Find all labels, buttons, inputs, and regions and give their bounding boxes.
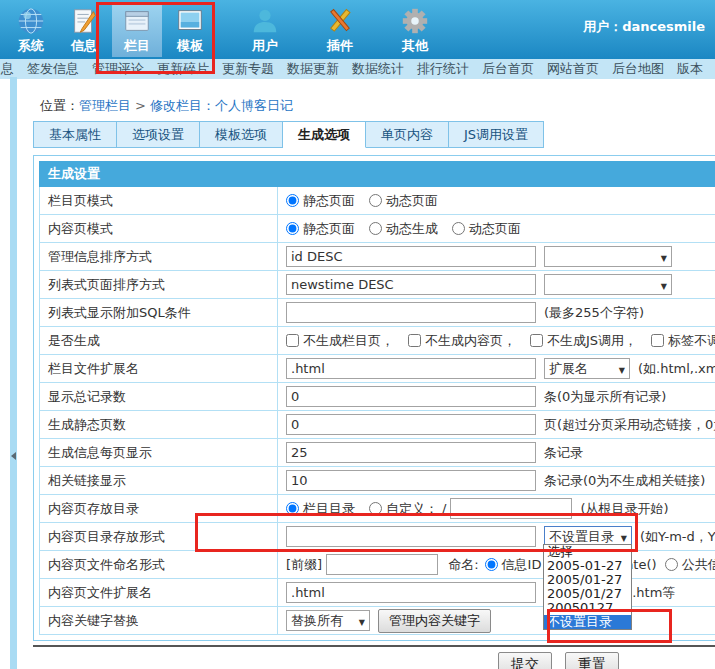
chevron-down-icon [656, 277, 667, 292]
checkbox-label: 不生成内容页， [425, 332, 516, 350]
keyword-replace-select[interactable]: 替换所有 [286, 610, 370, 631]
topnav-item-other[interactable]: 其他 [390, 3, 440, 57]
filename-prefix-input[interactable] [326, 554, 438, 575]
content-page-dynamic-gen-radio[interactable] [369, 222, 382, 235]
topnav-item-template[interactable]: 模板 [165, 3, 215, 57]
field-label: 内容页文件命名形式 [40, 551, 278, 579]
per-page-input[interactable] [286, 442, 536, 463]
menubar-item-data-stats[interactable]: 数据统计 [352, 60, 404, 78]
column-file-ext-select[interactable]: 扩展名 [544, 358, 630, 379]
name-by-id-radio[interactable] [485, 558, 498, 571]
name-by-public-field-radio[interactable] [665, 558, 678, 571]
chevron-down-icon [354, 613, 365, 628]
content-page-static-radio[interactable] [286, 222, 299, 235]
menubar-item-version[interactable]: 版本 [677, 60, 703, 78]
dropdown-option[interactable]: 选择 [544, 545, 631, 559]
tab-single-page-content[interactable]: 单页内容 [366, 121, 449, 148]
globe-icon [16, 6, 46, 36]
dir-format-input[interactable] [286, 526, 536, 547]
no-column-page-checkbox[interactable] [286, 334, 299, 347]
menubar-item-manage-comments[interactable]: 管理评论 [92, 60, 144, 78]
field-note: 页(超过分页采用动态链接，0为不 [544, 416, 715, 434]
topnav-label: 用户 [252, 37, 278, 55]
radio-label: 公共信 [682, 556, 715, 574]
menubar-item-admin-map[interactable]: 后台地图 [612, 60, 664, 78]
manage-info-sort-select[interactable] [544, 246, 672, 267]
static-pages-input[interactable] [286, 414, 536, 435]
menubar-item-site-home[interactable]: 网站首页 [547, 60, 599, 78]
tab-basic-attributes[interactable]: 基本属性 [33, 121, 117, 148]
total-records-input[interactable] [286, 386, 536, 407]
radio-label: 栏目目录 [303, 500, 355, 518]
field-label: 生成静态页数 [40, 411, 278, 439]
radio-label: 动态页面 [386, 192, 438, 210]
menubar-item-sign-info[interactable]: 签发信息 [27, 60, 79, 78]
chevron-down-icon [614, 361, 625, 376]
field-label: 生成信息每页显示 [40, 439, 278, 467]
reset-button[interactable]: 重置 [565, 652, 619, 669]
tab-js-call-settings[interactable]: JS调用设置 [449, 121, 544, 148]
field-label: 内容页目录存放形式 [40, 523, 278, 551]
dropdown-option[interactable]: 2005/01/27 [544, 587, 631, 601]
sidebar-collapse-icon[interactable] [11, 452, 16, 460]
tab-template-options[interactable]: 模板选项 [200, 121, 283, 148]
no-js-call-checkbox[interactable] [530, 334, 543, 347]
dropdown-option[interactable]: 20050127 [544, 601, 631, 615]
naming-label: 命名: [448, 556, 478, 574]
topnav-label: 栏目 [124, 37, 150, 55]
field-note: (从根目录开始) [580, 500, 668, 518]
menubar-item-admin-home[interactable]: 后台首页 [482, 60, 534, 78]
field-label: 列表式页面排序方式 [40, 271, 278, 299]
dropdown-option[interactable]: 2005-01-27 [544, 559, 631, 573]
top-icon-bar: 系统 信息 栏目 模板 用户 [0, 0, 715, 59]
breadcrumb-current-column[interactable]: 修改栏目：个人博客日记 [150, 98, 293, 113]
menubar-item-data-update[interactable]: 数据更新 [287, 60, 339, 78]
menubar-item-update-topics[interactable]: 更新专题 [222, 60, 274, 78]
field-note: (如Y-m-d，Y/m [640, 528, 715, 546]
content-page-dynamic-radio[interactable] [452, 222, 465, 235]
admin-screen: 系统 信息 栏目 模板 用户 [0, 0, 715, 669]
field-label: 管理信息排序方式 [40, 243, 278, 271]
tab-option-settings[interactable]: 选项设置 [117, 121, 200, 148]
column-dir-radio[interactable] [286, 502, 299, 515]
field-note: (如.html,.xml,.htm等 [638, 360, 715, 378]
topnav-label: 信息 [71, 37, 97, 55]
field-label: 是否生成 [40, 327, 278, 355]
checkbox-label: 不生成JS调用， [547, 332, 637, 350]
custom-dir-radio[interactable] [369, 502, 382, 515]
row-total-records: 显示总记录数 条(0为显示所有记录) [40, 383, 715, 411]
dropdown-option[interactable]: 2005/01-27 [544, 573, 631, 587]
manage-info-sort-input[interactable] [286, 246, 536, 267]
sql-condition-input[interactable] [286, 302, 536, 323]
menubar-item-ranking-stats[interactable]: 排行统计 [417, 60, 469, 78]
column-page-static-radio[interactable] [286, 194, 299, 207]
no-content-page-checkbox[interactable] [408, 334, 421, 347]
column-page-dynamic-radio[interactable] [369, 194, 382, 207]
field-label: 相关链接显示 [40, 467, 278, 495]
custom-dir-input[interactable] [450, 498, 572, 519]
menubar-item-update-fragments[interactable]: 更新碎片 [157, 60, 209, 78]
row-content-page-mode: 内容页模式 静态页面 动态生成 动态页面 [40, 215, 715, 243]
content-file-ext-input[interactable] [286, 582, 536, 603]
list-page-sort-select[interactable] [544, 274, 672, 295]
breadcrumb-link-manage-columns[interactable]: 管理栏目 [79, 98, 131, 113]
menubar-item-partial-info[interactable]: 息 [1, 60, 14, 78]
submit-button[interactable]: 提交 [498, 652, 552, 669]
list-page-sort-input[interactable] [286, 274, 536, 295]
notepad-icon [69, 6, 99, 36]
topnav-item-column[interactable]: 栏目 [112, 3, 162, 57]
topnav-item-system[interactable]: 系统 [6, 3, 56, 57]
topnav-label: 系统 [18, 37, 44, 55]
row-list-page-sort: 列表式页面排序方式 [40, 271, 715, 299]
topnav-item-info[interactable]: 信息 [59, 3, 109, 57]
dropdown-option-selected[interactable]: 不设置目录 [544, 615, 631, 629]
manage-keywords-button[interactable]: 管理内容关键字 [378, 609, 491, 633]
column-file-ext-input[interactable] [286, 358, 536, 379]
no-tag-call-checkbox[interactable] [651, 334, 664, 347]
related-links-input[interactable] [286, 470, 536, 491]
topnav-item-user[interactable]: 用户 [240, 3, 290, 57]
topnav-item-plugin[interactable]: 插件 [315, 3, 365, 57]
field-label: 内容关键字替换 [40, 607, 278, 635]
gear-icon [400, 6, 430, 36]
tab-generate-options[interactable]: 生成选项 [283, 121, 366, 148]
